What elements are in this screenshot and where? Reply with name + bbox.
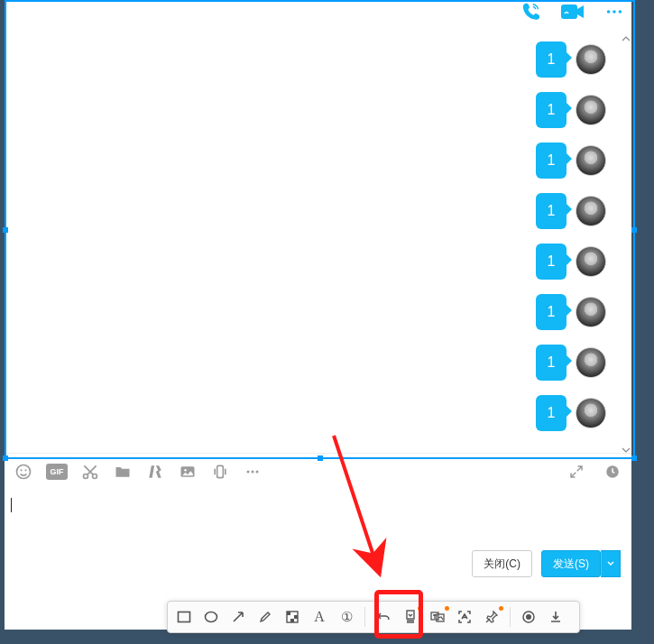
svg-rect-16	[179, 612, 190, 622]
long-screenshot-icon[interactable]	[401, 608, 419, 626]
message-row: 1	[536, 345, 606, 381]
svg-point-2	[613, 10, 616, 14]
screenshot-toolbar: A ①	[167, 601, 580, 633]
svg-rect-11	[217, 465, 224, 477]
message-bubble[interactable]: 1	[536, 294, 566, 330]
message-row: 1	[536, 193, 606, 229]
message-row: 1	[536, 395, 606, 431]
link-icon[interactable]	[145, 462, 165, 482]
text-cursor	[11, 498, 12, 512]
chat-header	[5, 0, 631, 31]
message-row: 1	[536, 143, 606, 179]
svg-rect-20	[294, 615, 298, 619]
svg-point-3	[619, 10, 622, 14]
svg-point-5	[20, 469, 22, 471]
ocr-tool-icon[interactable]	[456, 608, 474, 626]
download-tool-icon[interactable]	[547, 608, 565, 626]
svg-point-14	[256, 471, 259, 474]
toolbar-divider	[364, 607, 365, 627]
undo-tool-icon[interactable]	[374, 608, 392, 626]
mosaic-tool-icon[interactable]	[283, 608, 301, 626]
arrow-tool-icon[interactable]	[229, 608, 247, 626]
gif-icon[interactable]: GIF	[46, 464, 68, 480]
svg-rect-0	[561, 5, 577, 19]
shake-icon[interactable]	[210, 462, 230, 482]
svg-point-12	[247, 471, 250, 474]
send-button[interactable]: 发送(S)	[541, 550, 601, 577]
rect-tool-icon[interactable]	[175, 608, 193, 626]
send-button-row: 关闭(C) 发送(S)	[472, 550, 621, 577]
ellipse-tool-icon[interactable]	[202, 608, 220, 626]
svg-rect-19	[287, 612, 290, 615]
chat-messages: 11111111	[5, 31, 631, 454]
chat-window: 11111111 GIF 关闭(C) 发送(S)	[5, 0, 631, 630]
close-button[interactable]: 关闭(C)	[472, 550, 532, 577]
svg-point-13	[252, 471, 254, 474]
avatar[interactable]	[576, 347, 606, 378]
more-tools-icon[interactable]	[243, 462, 263, 482]
message-row: 1	[536, 92, 606, 128]
text-tool-icon[interactable]: A	[310, 608, 328, 626]
image-icon[interactable]	[178, 462, 198, 482]
message-row: 1	[536, 294, 606, 330]
svg-point-26	[526, 614, 531, 620]
emoji-icon[interactable]	[14, 462, 33, 482]
svg-point-1	[607, 10, 611, 14]
avatar[interactable]	[576, 145, 606, 176]
voice-call-icon[interactable]	[521, 2, 541, 22]
video-call-icon[interactable]	[561, 3, 585, 21]
avatar[interactable]	[576, 196, 606, 226]
avatar[interactable]	[576, 44, 606, 75]
history-icon[interactable]	[603, 462, 622, 482]
avatar[interactable]	[576, 398, 606, 428]
svg-rect-22	[407, 611, 414, 619]
svg-point-6	[24, 469, 26, 471]
svg-point-4	[17, 465, 31, 479]
message-row: 1	[536, 244, 606, 280]
message-bubble[interactable]: 1	[536, 143, 566, 179]
record-tool-icon[interactable]	[520, 608, 538, 626]
avatar[interactable]	[576, 95, 606, 125]
input-toolbar: GIF	[5, 453, 631, 490]
pin-tool-icon[interactable]	[483, 608, 501, 626]
message-row: 1	[536, 41, 606, 78]
svg-rect-21	[290, 619, 294, 622]
message-bubble[interactable]: 1	[536, 244, 566, 280]
message-bubble[interactable]: 1	[536, 395, 566, 431]
svg-point-10	[184, 469, 187, 472]
message-bubble[interactable]: 1	[536, 345, 566, 381]
message-bubble[interactable]: 1	[536, 41, 566, 78]
pen-tool-icon[interactable]	[256, 608, 274, 626]
expand-icon[interactable]	[566, 462, 586, 482]
translate-tool-icon[interactable]	[428, 608, 447, 626]
svg-point-17	[206, 612, 217, 622]
toolbar-divider	[510, 607, 511, 627]
more-icon[interactable]	[604, 2, 624, 22]
avatar[interactable]	[576, 246, 606, 277]
message-bubble[interactable]: 1	[536, 92, 566, 128]
send-dropdown-icon[interactable]	[601, 550, 621, 577]
serial-tool-icon[interactable]: ①	[337, 608, 355, 626]
folder-icon[interactable]	[113, 462, 133, 482]
cut-icon[interactable]	[80, 462, 100, 482]
avatar[interactable]	[576, 297, 606, 327]
message-bubble[interactable]: 1	[536, 193, 566, 229]
